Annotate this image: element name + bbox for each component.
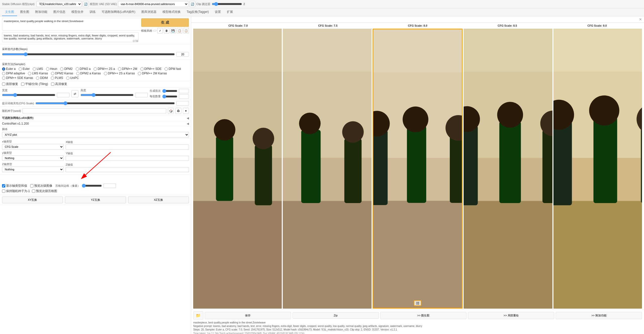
- sd-model-select[interactable]: 写实/realisticVision_v20.safetensors [c0d1…: [36, 1, 82, 7]
- style-select[interactable]: [153, 30, 156, 31]
- sampler-dpp2sa[interactable]: DPM++ 2S a: [94, 67, 115, 71]
- sampler-dpma[interactable]: DPM adaptive: [2, 72, 25, 75]
- tab-extensions[interactable]: 扩展: [224, 8, 236, 16]
- x-type-select[interactable]: CFG Scale: [2, 144, 64, 150]
- yz-swap-btn[interactable]: YZ互换: [65, 197, 126, 203]
- steps-slider-row: 20: [2, 52, 189, 57]
- steps-value[interactable]: 20: [176, 52, 189, 57]
- sampler-dpm2a[interactable]: DPM2 a: [76, 67, 91, 71]
- sampler-dpp2mk[interactable]: DPM++ 2M Karras: [138, 72, 167, 75]
- generate-button[interactable]: 生 成: [141, 18, 189, 27]
- image-cell-0[interactable]: [193, 29, 282, 309]
- zip-btn[interactable]: Zip: [293, 312, 379, 319]
- window-title: Stable Diffusion 模型(ckpt): [2, 2, 34, 6]
- sampler-ddim[interactable]: DDIM: [36, 76, 48, 80]
- tab-lora[interactable]: 可选附加网络(LoRA插件): [99, 8, 138, 16]
- face-restore-check[interactable]: 面部修复: [2, 82, 18, 86]
- batch-block: 生成批次 1 每批数量 1: [150, 89, 189, 99]
- tab-format[interactable]: 模型格式转换: [159, 8, 184, 16]
- hires-check[interactable]: 高清修复: [51, 82, 67, 86]
- height-slider[interactable]: [80, 93, 134, 97]
- tab-png-info[interactable]: 图片信息: [50, 8, 68, 16]
- script-select[interactable]: X/Y/Z plot: [2, 132, 189, 137]
- negative-prompt[interactable]: lowres, bad anatomy, bad hands, text, er…: [2, 32, 139, 42]
- cfg-value[interactable]: 7: [176, 101, 189, 106]
- image-cell-2[interactable]: [373, 29, 463, 309]
- preview-grid-check[interactable]: 预览次级宫格图: [32, 189, 57, 193]
- cfg-header-1: CFG Scale: 7.5: [283, 24, 373, 27]
- z-type-select[interactable]: Nothing: [2, 167, 64, 172]
- seed-random-btn[interactable]: 🎲: [168, 108, 174, 114]
- xz-swap-btn[interactable]: XZ互换: [128, 197, 189, 203]
- to-img2img-btn[interactable]: >> 图生图: [380, 312, 467, 319]
- batch-size-value[interactable]: 1: [179, 94, 189, 99]
- image-0: [193, 29, 282, 309]
- sampler-dpp2sak[interactable]: DPM++ 2S a Karras: [104, 72, 135, 75]
- model-refresh-btn[interactable]: 🔄: [83, 1, 89, 7]
- to-inpaint-btn[interactable]: >> 局部重绘: [468, 312, 554, 319]
- sampler-lms[interactable]: LMS: [33, 67, 43, 71]
- xy-swap-btn[interactable]: XY互换: [2, 197, 63, 203]
- to-extras-btn[interactable]: >> 附加功能: [556, 312, 642, 319]
- sampler-lmsk[interactable]: LMS Karras: [28, 72, 48, 75]
- tab-merge[interactable]: 模型合并: [68, 8, 87, 16]
- batch-count-slider[interactable]: [162, 89, 177, 93]
- keep-seed-check[interactable]: 保持随机种子为-1: [2, 189, 30, 193]
- sampler-dpm2ak[interactable]: DPM2 a Karras: [76, 72, 101, 75]
- image-cell-3[interactable]: [464, 29, 552, 309]
- tab-extras[interactable]: 附加功能: [32, 8, 50, 16]
- seed-extra-btn[interactable]: ▼: [183, 108, 189, 114]
- y-type-select[interactable]: Nothing: [2, 155, 64, 161]
- folder-btn[interactable]: 📁: [193, 311, 203, 319]
- lora-collapse-btn[interactable]: ◀: [187, 116, 189, 120]
- vae-refresh-btn[interactable]: 🔄: [189, 1, 195, 7]
- svg-point-39: [299, 113, 321, 134]
- sampler-unipc[interactable]: UniPC: [66, 76, 79, 80]
- width-value[interactable]: 512: [57, 93, 69, 97]
- margin-slider[interactable]: [82, 184, 102, 188]
- margin-label: 宫格间边框（像素）: [55, 184, 80, 188]
- tiling-check[interactable]: 平铺/分块 (Tiling): [21, 82, 48, 86]
- sampler-plms[interactable]: PLMS: [51, 76, 63, 80]
- width-slider[interactable]: [2, 93, 55, 97]
- clip-slider[interactable]: [212, 2, 242, 6]
- lora-section: 可选附加网络(LoRA插件) ◀: [0, 115, 191, 121]
- close-btn[interactable]: ✕: [639, 17, 642, 21]
- batch-size-slider[interactable]: [162, 94, 177, 99]
- sampler-dpm2k[interactable]: DPM2 Karras: [51, 72, 73, 75]
- batch-count-value[interactable]: 1: [179, 89, 189, 93]
- vae-select[interactable]: vae-ft-mse-840000-ema-pruned.safetensors: [118, 1, 188, 7]
- sampler-euler[interactable]: Euler: [19, 67, 30, 71]
- tab-tagger[interactable]: Tag反推(Tagger): [184, 8, 212, 16]
- sampler-dpmfast[interactable]: DPM fast: [165, 67, 181, 71]
- sampler-dpm2m[interactable]: DPM++ 2M: [118, 67, 137, 71]
- tab-gallery[interactable]: 图库浏览器: [138, 8, 159, 16]
- tab-settings[interactable]: 设置: [212, 8, 224, 16]
- sampler-dpm2[interactable]: DPM2: [60, 67, 72, 71]
- preview-low-check[interactable]: 预览次级图像: [30, 184, 52, 188]
- sampler-dppsdek[interactable]: DPM++ SDE Karras: [2, 76, 33, 80]
- margin-value[interactable]: 0: [103, 183, 116, 188]
- left-panel: masterpiece, best quality,people walking…: [0, 16, 191, 334]
- seed-recycle-btn[interactable]: ♻: [175, 108, 181, 114]
- height-value[interactable]: 512: [135, 93, 148, 97]
- tab-img2img[interactable]: 图生图: [17, 8, 32, 16]
- size-row: 宽度 512 ⇄ 高度 512 生成批次 1: [0, 87, 191, 100]
- seed-input[interactable]: 1541761975: [22, 108, 166, 113]
- sampler-euler-a[interactable]: Euler a: [2, 67, 16, 71]
- image-cell-1[interactable]: [283, 29, 371, 309]
- sampler-dppsde[interactable]: DPM++ SDE: [140, 67, 162, 71]
- image-cell-4[interactable]: [553, 29, 642, 309]
- steps-slider[interactable]: [2, 52, 175, 56]
- swap-dimensions-btn[interactable]: ⇄: [71, 90, 78, 97]
- show-axis-check[interactable]: 显示轴类型和值: [2, 184, 27, 188]
- tab-train[interactable]: 训练: [87, 8, 99, 16]
- sampler-heun[interactable]: Heun: [46, 67, 57, 71]
- cfg-slider[interactable]: [35, 101, 175, 105]
- tab-txt2img[interactable]: 文生图: [2, 8, 17, 16]
- svg-point-105: [589, 96, 619, 126]
- images-container: [191, 28, 644, 310]
- controlnet-collapse-btn[interactable]: ◀: [187, 122, 189, 125]
- save-btn[interactable]: 保存: [205, 312, 291, 319]
- bottom-options: 显示轴类型和值 预览次级图像 宫格间边框（像素） 0 保持随机种子为-1: [0, 182, 191, 195]
